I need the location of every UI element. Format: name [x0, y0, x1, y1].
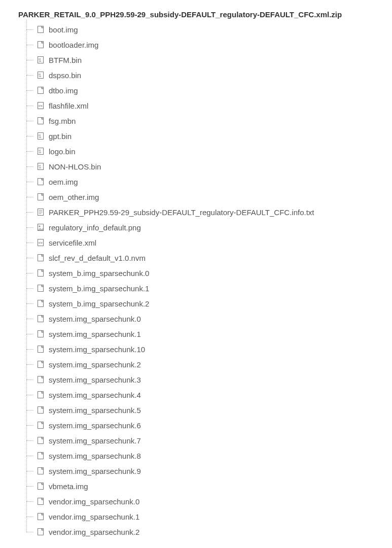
tree-item[interactable]: vendor.img_sparsechunk.1 [18, 509, 392, 524]
tree-item[interactable]: NON-HLOS.bin [18, 159, 392, 174]
file-name-label: system.img_sparsechunk.5 [49, 406, 141, 414]
file-name-label: system.img_sparsechunk.10 [49, 346, 145, 353]
tree-item[interactable]: boot.img [18, 22, 392, 37]
file-icon [37, 436, 45, 444]
file-name-label: system.img_sparsechunk.1 [49, 330, 141, 338]
tree-item[interactable]: system.img_sparsechunk.9 [18, 463, 392, 478]
file-name-label: fsg.mbn [49, 117, 76, 125]
tree-item[interactable]: system.img_sparsechunk.8 [18, 448, 392, 463]
file-name-label: system.img_sparsechunk.9 [49, 467, 141, 475]
archive-title[interactable]: PARKER_RETAIL_9.0_PPH29.59-29_subsidy-DE… [18, 10, 392, 19]
file-icon [37, 315, 45, 323]
file-name-label: oem.img [49, 178, 78, 186]
file-name-label: flashfile.xml [49, 102, 88, 110]
file-name-label: system_b.img_sparsechunk.0 [49, 269, 149, 277]
file-name-label: dtbo.img [49, 87, 78, 94]
tree-item[interactable]: system.img_sparsechunk.4 [18, 387, 392, 402]
file-icon [37, 482, 45, 490]
file-name-label: system.img_sparsechunk.4 [49, 391, 141, 399]
file-name-label: boot.img [49, 26, 78, 33]
tree-item[interactable]: oem_other.img [18, 189, 392, 204]
tree-item[interactable]: regulatory_info_default.png [18, 220, 392, 235]
tree-item[interactable]: system.img_sparsechunk.1 [18, 326, 392, 341]
file-icon [37, 178, 45, 186]
file-icon [37, 25, 45, 33]
file-icon [37, 269, 45, 277]
tree-item[interactable]: system.img_sparsechunk.10 [18, 341, 392, 357]
file-icon [37, 86, 45, 94]
binary-file-icon [37, 132, 45, 140]
tree-item[interactable]: system.img_sparsechunk.3 [18, 372, 392, 387]
tree-item[interactable]: BTFM.bin [18, 52, 392, 67]
tree-item[interactable]: vendor.img_sparsechunk.0 [18, 494, 392, 509]
file-name-label: vendor.img_sparsechunk.0 [49, 498, 139, 505]
tree-item[interactable]: gpt.bin [18, 128, 392, 144]
file-icon [37, 254, 45, 262]
file-icon [37, 528, 45, 536]
file-icon [37, 406, 45, 414]
tree-item[interactable]: system.img_sparsechunk.0 [18, 311, 392, 326]
file-icon [37, 330, 45, 338]
tree-item[interactable]: bootloader.img [18, 37, 392, 52]
file-name-label: slcf_rev_d_default_v1.0.nvm [49, 254, 146, 262]
file-icon [37, 421, 45, 429]
tree-item[interactable]: vbmeta.img [18, 478, 392, 494]
file-name-label: servicefile.xml [49, 239, 96, 247]
file-icon [37, 299, 45, 307]
tree-item[interactable]: oem.img [18, 174, 392, 189]
tree-item[interactable]: dtbo.img [18, 83, 392, 98]
file-name-label: gpt.bin [49, 132, 72, 140]
file-icon [37, 467, 45, 475]
tree-item[interactable]: dspso.bin [18, 67, 392, 83]
tree-item[interactable]: system.img_sparsechunk.6 [18, 418, 392, 433]
file-icon [37, 360, 45, 368]
binary-file-icon [37, 162, 45, 170]
binary-file-icon [37, 56, 45, 64]
file-icon [37, 193, 45, 201]
image-file-icon [37, 223, 45, 231]
tree-item[interactable]: flashfile.xml [18, 98, 392, 113]
file-name-label: regulatory_info_default.png [49, 224, 141, 231]
file-name-label: bootloader.img [49, 41, 98, 49]
file-name-label: PARKER_PPH29.59-29_subsidy-DEFAULT_regul… [49, 209, 314, 216]
file-name-label: system.img_sparsechunk.0 [49, 315, 141, 323]
file-name-label: system.img_sparsechunk.2 [49, 361, 141, 368]
file-name-label: system.img_sparsechunk.6 [49, 422, 141, 429]
tree-item[interactable]: system_b.img_sparsechunk.1 [18, 281, 392, 296]
file-name-label: system.img_sparsechunk.7 [49, 437, 141, 444]
file-name-label: system_b.img_sparsechunk.2 [49, 300, 149, 307]
xml-file-icon [37, 238, 45, 247]
tree-item[interactable]: system_b.img_sparsechunk.2 [18, 296, 392, 311]
tree-item[interactable]: system.img_sparsechunk.5 [18, 402, 392, 418]
file-name-label: NON-HLOS.bin [49, 163, 101, 170]
tree-item[interactable]: system.img_sparsechunk.7 [18, 433, 392, 448]
text-file-icon [37, 208, 45, 216]
file-icon [37, 497, 45, 505]
tree-item[interactable]: PARKER_PPH29.59-29_subsidy-DEFAULT_regul… [18, 204, 392, 220]
tree-item[interactable]: logo.bin [18, 144, 392, 159]
file-name-label: oem_other.img [49, 193, 99, 201]
file-icon [37, 375, 45, 384]
file-icon [37, 512, 45, 521]
file-icon [37, 391, 45, 399]
file-name-label: dspso.bin [49, 72, 81, 79]
tree-item[interactable]: vendor.img_sparsechunk.2 [18, 524, 392, 539]
file-name-label: system.img_sparsechunk.3 [49, 376, 141, 384]
file-icon [37, 117, 45, 125]
file-name-label: vendor.img_sparsechunk.1 [49, 513, 139, 521]
file-name-label: vendor.img_sparsechunk.2 [49, 528, 139, 536]
file-name-label: vbmeta.img [49, 483, 88, 490]
tree-item[interactable]: fsg.mbn [18, 113, 392, 128]
tree-item[interactable]: slcf_rev_d_default_v1.0.nvm [18, 250, 392, 265]
file-icon [37, 284, 45, 292]
file-name-label: logo.bin [49, 148, 76, 155]
file-icon [37, 452, 45, 460]
file-name-label: system.img_sparsechunk.8 [49, 452, 141, 460]
file-icon [37, 41, 45, 49]
binary-file-icon [37, 71, 45, 79]
tree-item[interactable]: system.img_sparsechunk.2 [18, 357, 392, 372]
file-tree: boot.imgbootloader.imgBTFM.bindspso.bind… [18, 22, 392, 539]
tree-item[interactable]: system_b.img_sparsechunk.0 [18, 265, 392, 281]
file-icon [37, 345, 45, 353]
tree-item[interactable]: servicefile.xml [18, 235, 392, 250]
